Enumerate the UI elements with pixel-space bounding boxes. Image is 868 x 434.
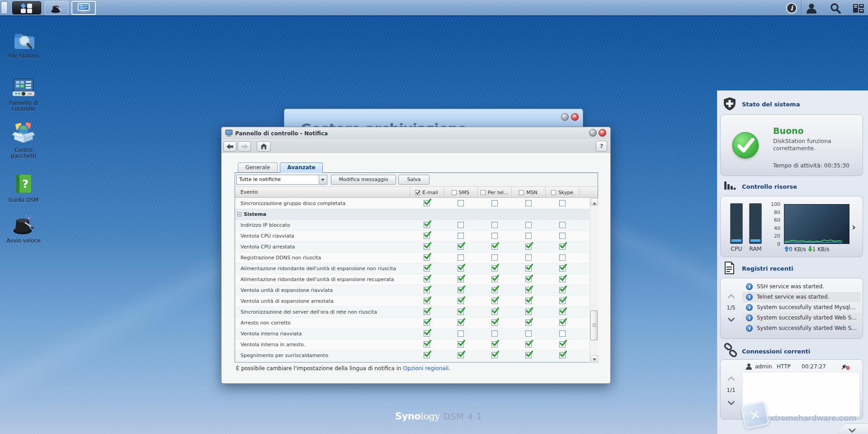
notify-checkbox[interactable] [491, 233, 498, 239]
tab-avanzate[interactable]: Avanzate [280, 162, 323, 173]
table-row[interactable]: Sincronizzazione gruppo disco completata [235, 198, 589, 209]
dropdown-arrow-icon[interactable] [319, 175, 327, 184]
notify-checkbox[interactable] [525, 287, 532, 293]
column-header-pertel[interactable]: Per tel... [477, 187, 511, 198]
notify-checkbox[interactable] [424, 233, 430, 239]
notify-checkbox[interactable] [458, 276, 464, 282]
table-row[interactable]: Spegnimento per surriscaldamento [235, 350, 589, 361]
notify-checkbox[interactable] [525, 320, 532, 326]
notify-checkbox[interactable] [525, 341, 532, 348]
notify-checkbox[interactable] [559, 320, 566, 326]
desktop-icon-file-station[interactable]: File Station [2, 30, 45, 59]
notify-checkbox[interactable] [491, 243, 498, 250]
notify-checkbox[interactable] [491, 276, 498, 282]
notify-checkbox[interactable] [559, 276, 566, 282]
notify-checkbox[interactable] [424, 287, 430, 293]
table-row[interactable]: Ventola interna riavviata [235, 329, 589, 339]
notify-checkbox[interactable] [559, 265, 566, 272]
table-row[interactable]: Arresto non corretto [235, 318, 589, 329]
forward-button[interactable] [238, 141, 251, 152]
notify-checkbox[interactable] [458, 352, 464, 358]
pilot-view-icon[interactable] [853, 4, 864, 13]
notify-checkbox[interactable] [458, 200, 464, 206]
notify-checkbox[interactable] [491, 320, 498, 326]
notify-checkbox[interactable] [559, 200, 566, 206]
notify-checkbox[interactable] [525, 352, 532, 358]
notify-checkbox[interactable] [458, 222, 464, 228]
log-entry[interactable]: iSystem successfully started Mysql... [742, 302, 861, 313]
notify-checkbox[interactable] [525, 330, 532, 337]
logs-page-up[interactable] [725, 293, 737, 300]
notify-checkbox[interactable] [424, 265, 430, 272]
dialog-minimize-button[interactable] [589, 129, 597, 137]
notify-checkbox[interactable] [525, 276, 532, 282]
home-button[interactable] [257, 141, 271, 152]
notify-checkbox[interactable] [458, 254, 464, 261]
kill-connection-icon[interactable] [841, 363, 850, 370]
notify-checkbox[interactable] [424, 254, 430, 261]
notify-checkbox[interactable] [458, 320, 464, 326]
table-row[interactable]: Alimentazione ridondante dell'unità di e… [235, 274, 589, 285]
notification-filter-dropdown[interactable]: Tutte le notifiche [236, 175, 327, 185]
desktop-icon-quick-start[interactable]: Avvio veloce [2, 213, 45, 244]
notify-checkbox[interactable] [559, 287, 566, 293]
resource-expand-chevron[interactable]: › [852, 221, 856, 233]
notify-checkbox[interactable] [458, 287, 464, 293]
show-desktop-button[interactable] [1, 1, 8, 14]
notify-checkbox[interactable] [424, 352, 430, 358]
notify-checkbox[interactable] [525, 200, 532, 206]
notify-checkbox[interactable] [559, 341, 566, 348]
notify-checkbox[interactable] [491, 330, 498, 337]
table-group-row[interactable]: Sistema [235, 209, 589, 220]
column-header-email[interactable]: E-mail [410, 187, 443, 198]
column-header-checkbox[interactable] [452, 190, 457, 195]
log-entry[interactable]: iTelnet service was started. [742, 292, 861, 302]
log-entry[interactable]: iSystem successfully started Web S... [742, 313, 861, 323]
notify-checkbox[interactable] [491, 200, 498, 206]
notify-checkbox[interactable] [525, 298, 532, 304]
column-header-checkbox[interactable] [519, 190, 524, 195]
notify-checkbox[interactable] [424, 341, 430, 348]
table-row[interactable]: Registrazione DDNS non riuscita [235, 253, 589, 263]
column-header-checkbox[interactable] [415, 190, 420, 195]
notify-checkbox[interactable] [424, 200, 430, 206]
notify-checkbox[interactable] [559, 233, 566, 239]
active-window-button[interactable] [71, 1, 96, 15]
notify-checkbox[interactable] [559, 330, 566, 337]
column-header-skype[interactable]: Skype [545, 187, 579, 198]
connections-page-down[interactable] [725, 400, 737, 406]
notify-checkbox[interactable] [491, 309, 498, 315]
notify-checkbox[interactable] [424, 298, 430, 304]
notify-checkbox[interactable] [559, 222, 566, 228]
help-button[interactable]: ? [596, 141, 607, 152]
save-button[interactable]: Salva [398, 175, 429, 185]
notify-checkbox[interactable] [458, 341, 464, 348]
notify-checkbox[interactable] [525, 222, 532, 228]
notify-checkbox[interactable] [559, 243, 566, 250]
tab-generale[interactable]: Generale [238, 162, 278, 173]
notify-checkbox[interactable] [424, 330, 430, 337]
notify-checkbox[interactable] [491, 352, 498, 358]
back-button[interactable] [223, 141, 236, 152]
table-row[interactable]: Ventola interna in arresto. [235, 339, 589, 350]
notify-checkbox[interactable] [491, 265, 498, 272]
scroll-down-arrow[interactable] [590, 355, 598, 362]
table-row[interactable]: Indirizzo IP bloccato [235, 220, 589, 231]
notify-checkbox[interactable] [458, 298, 464, 304]
notify-checkbox[interactable] [525, 254, 532, 261]
quick-launch-button[interactable] [45, 1, 68, 15]
notify-checkbox[interactable] [559, 254, 566, 261]
info-icon[interactable]: i [786, 3, 797, 14]
notify-checkbox[interactable] [424, 276, 430, 282]
notify-checkbox[interactable] [458, 233, 464, 239]
table-row[interactable]: Ventola CPU riavviata [235, 231, 589, 242]
notify-checkbox[interactable] [491, 287, 498, 293]
notify-checkbox[interactable] [458, 330, 464, 337]
table-row[interactable]: Sincronizzazione del server dell'ora di … [235, 307, 589, 318]
column-header-checkbox[interactable] [551, 190, 556, 195]
table-row[interactable]: Ventola unità di espansione riavviata [235, 285, 589, 296]
notify-checkbox[interactable] [424, 309, 430, 315]
column-header-sms[interactable]: SMS [443, 187, 477, 198]
notify-checkbox[interactable] [491, 298, 498, 304]
collapse-group-icon[interactable] [237, 212, 241, 216]
